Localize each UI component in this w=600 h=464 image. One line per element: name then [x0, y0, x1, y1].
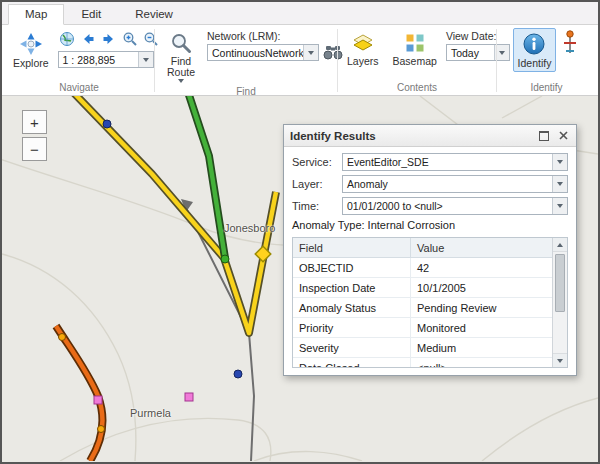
maximize-icon [539, 131, 549, 141]
service-dropdown-button[interactable] [552, 154, 567, 170]
group-contents: Layers Basemap View Date: [338, 26, 496, 95]
network-lrm-label: Network (LRM): [207, 30, 344, 42]
table-cell-value: 10/1/2005 [411, 282, 552, 294]
group-find: Find Route Network (LRM): ContinuousNetw… [155, 26, 337, 95]
table-scrollbar[interactable] [552, 238, 567, 367]
network-value: ContinuousNetwork [208, 47, 303, 59]
forward-extent-icon[interactable] [100, 30, 118, 47]
table-cell-field: OBJECTID [293, 258, 411, 277]
explore-compass-icon [18, 31, 44, 57]
marker-pink-square [185, 393, 193, 401]
service-combobox[interactable]: EventEditor_SDE [342, 153, 568, 171]
attributes-table-grid: Field Value OBJECTID 42 Inspection Date … [293, 238, 552, 367]
group-label-identify: Identify [497, 82, 596, 95]
scroll-down-button[interactable] [553, 353, 567, 367]
group-navigate: Explore [4, 26, 154, 95]
table-cell-field: Date Closed [293, 358, 411, 368]
table-cell-value: Monitored [411, 322, 552, 334]
table-row: Severity Medium [293, 338, 552, 358]
identify-label: Identify [518, 58, 552, 69]
layer-value: Anomaly [343, 178, 552, 190]
identify-results-panel: Identify Results Service: EventEditor_SD… [283, 124, 577, 376]
pipeline-orange [56, 326, 105, 461]
time-dropdown-button[interactable] [552, 198, 567, 214]
scrollbar-thumb[interactable] [555, 254, 565, 312]
table-cell-field: Inspection Date [293, 278, 411, 297]
marker-orange-dot [98, 426, 105, 433]
identify-route-location-icon[interactable] [560, 28, 580, 58]
layers-label: Layers [347, 56, 379, 67]
identify-results-titlebar: Identify Results [284, 125, 576, 147]
chevron-down-icon [178, 79, 184, 83]
table-cell-value: Pending Review [411, 302, 552, 314]
tab-map[interactable]: Map [8, 4, 64, 25]
marker-blue-dot [103, 120, 111, 128]
marker-blue-dot [234, 370, 242, 378]
network-combobox[interactable]: ContinuousNetwork [207, 44, 319, 61]
table-cell-value: 42 [411, 262, 552, 274]
place-label-jonesboro: Jonesboro [224, 222, 275, 234]
map-zoom-out-button[interactable]: − [22, 137, 47, 161]
view-date-value: Today [447, 47, 494, 59]
close-icon [559, 131, 568, 140]
anomaly-type-line: Anomaly Type: Internal Corrosion [292, 219, 568, 231]
close-button[interactable] [556, 129, 570, 143]
place-label-purmela: Purmela [130, 407, 171, 419]
service-value: EventEditor_SDE [343, 156, 552, 168]
layers-icon [351, 31, 375, 55]
zoom-in-icon[interactable] [121, 30, 139, 47]
map-scale-combobox[interactable]: 1 : 288,895 [58, 51, 154, 68]
find-route-button[interactable]: Find Route [159, 28, 203, 86]
time-label: Time: [292, 200, 342, 212]
maximize-button[interactable] [537, 129, 551, 143]
basemap-icon [403, 31, 427, 55]
table-row: OBJECTID 42 [293, 258, 552, 278]
service-row: Service: EventEditor_SDE [292, 153, 568, 171]
group-identify: Identify Identify [497, 26, 596, 95]
full-extent-globe-icon[interactable] [58, 30, 76, 47]
basemap-label: Basemap [393, 56, 437, 67]
chevron-up-icon [557, 243, 563, 247]
ribbon: Explore [2, 25, 598, 96]
table-row: Inspection Date 10/1/2005 [293, 278, 552, 298]
scrollbar-track[interactable] [553, 252, 567, 353]
table-cell-value: <null> [411, 362, 552, 369]
map-area[interactable]: + − Jonesboro Purmela Identify Results [2, 96, 598, 462]
tab-edit[interactable]: Edit [64, 4, 118, 25]
find-route-magnifier-icon [169, 31, 193, 55]
table-cell-field: Priority [293, 318, 411, 337]
chevron-down-icon [557, 359, 563, 363]
explore-button[interactable]: Explore [8, 28, 54, 72]
map-zoom-control: + − [22, 110, 47, 161]
find-route-label: Find Route [164, 56, 198, 78]
service-label: Service: [292, 156, 342, 168]
table-cell-field: Anomaly Status [293, 298, 411, 317]
table-cell-field: Severity [293, 338, 411, 357]
map-scale-dropdown-button[interactable] [138, 52, 153, 67]
map-scale-value: 1 : 288,895 [59, 54, 138, 66]
table-header-field: Field [293, 238, 411, 257]
layer-row: Layer: Anomaly [292, 175, 568, 193]
layers-button[interactable]: Layers [342, 28, 384, 70]
marker-pink-square [94, 396, 102, 404]
back-extent-icon[interactable] [79, 30, 97, 47]
table-header-row: Field Value [293, 238, 552, 258]
pipeline-yellow [73, 96, 276, 333]
table-row: Anomaly Status Pending Review [293, 298, 552, 318]
group-label-navigate: Navigate [4, 82, 154, 95]
explore-label: Explore [13, 58, 49, 69]
map-zoom-in-button[interactable]: + [22, 110, 47, 134]
scroll-up-button[interactable] [553, 238, 567, 252]
tab-review[interactable]: Review [118, 4, 190, 25]
time-combobox[interactable]: 01/01/2000 to <null> [342, 197, 568, 215]
marker-green-dot [221, 255, 229, 263]
network-dropdown-button[interactable] [303, 45, 318, 60]
layer-dropdown-button[interactable] [552, 176, 567, 192]
identify-results-body: Service: EventEditor_SDE Layer: Anomaly … [284, 147, 576, 375]
chevron-down-icon [557, 204, 563, 208]
identify-button[interactable]: Identify [513, 28, 557, 72]
basemap-button[interactable]: Basemap [388, 28, 442, 70]
layer-combobox[interactable]: Anomaly [342, 175, 568, 193]
table-cell-value: Medium [411, 342, 552, 354]
ribbon-tab-bar: Map Edit Review [2, 2, 598, 25]
